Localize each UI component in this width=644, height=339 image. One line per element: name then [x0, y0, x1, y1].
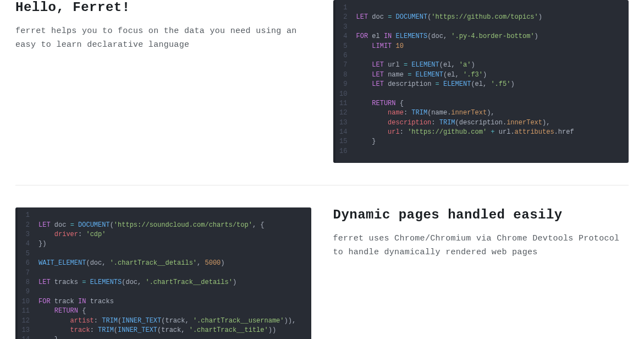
dynamic-section: 1 2LET doc = DOCUMENT('https://soundclou… — [15, 185, 629, 339]
code-editor-github: 1 2LET doc = DOCUMENT('https://github.co… — [333, 0, 629, 163]
dynamic-text-column: Dynamic pages handled easily ferret uses… — [333, 207, 629, 260]
dynamic-code-column: 1 2LET doc = DOCUMENT('https://soundclou… — [15, 207, 311, 339]
intro-code-column: 1 2LET doc = DOCUMENT('https://github.co… — [333, 0, 629, 163]
intro-text-column: Hello, Ferret! ferret helps you to focus… — [15, 0, 311, 52]
dynamic-description: ferret uses Chrome/Chromium via Chrome D… — [333, 232, 629, 260]
code-editor-soundcloud: 1 2LET doc = DOCUMENT('https://soundclou… — [15, 207, 311, 339]
intro-section: Hello, Ferret! ferret helps you to focus… — [15, 0, 629, 185]
intro-heading: Hello, Ferret! — [15, 0, 311, 15]
intro-description: ferret helps you to focus on the data yo… — [15, 25, 311, 52]
dynamic-heading: Dynamic pages handled easily — [333, 207, 629, 222]
